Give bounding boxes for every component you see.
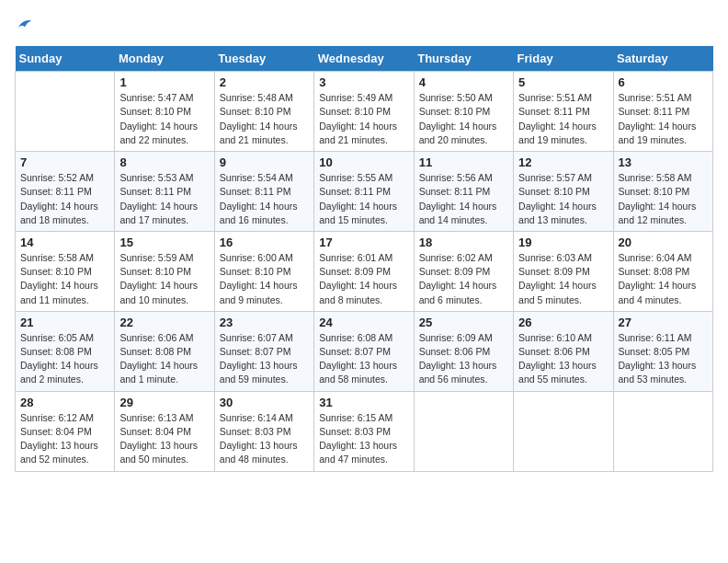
day-info: Sunrise: 5:48 AM Sunset: 8:10 PM Dayligh…: [220, 91, 309, 147]
calendar-day-cell: 13Sunrise: 5:58 AM Sunset: 8:10 PM Dayli…: [613, 152, 712, 232]
day-info: Sunrise: 5:57 AM Sunset: 8:10 PM Dayligh…: [518, 171, 608, 227]
calendar-week-row: 14Sunrise: 5:58 AM Sunset: 8:10 PM Dayli…: [16, 231, 713, 311]
day-of-week-header: Monday: [115, 46, 214, 72]
calendar-day-cell: 21Sunrise: 6:05 AM Sunset: 8:08 PM Dayli…: [16, 311, 115, 391]
calendar-week-row: 21Sunrise: 6:05 AM Sunset: 8:08 PM Dayli…: [16, 311, 713, 391]
day-info: Sunrise: 6:15 AM Sunset: 8:03 PM Dayligh…: [319, 411, 408, 467]
calendar-day-cell: [613, 391, 712, 471]
calendar-day-cell: 28Sunrise: 6:12 AM Sunset: 8:04 PM Dayli…: [16, 391, 115, 471]
day-of-week-header: Saturday: [613, 46, 712, 72]
day-number: 15: [119, 236, 209, 249]
day-info: Sunrise: 6:09 AM Sunset: 8:06 PM Dayligh…: [419, 331, 508, 387]
day-number: 17: [319, 236, 408, 249]
day-number: 4: [419, 75, 508, 89]
calendar-header-row: SundayMondayTuesdayWednesdayThursdayFrid…: [16, 46, 713, 72]
calendar-day-cell: 8Sunrise: 5:53 AM Sunset: 8:11 PM Daylig…: [115, 152, 214, 232]
day-number: 20: [619, 236, 708, 249]
day-info: Sunrise: 6:06 AM Sunset: 8:08 PM Dayligh…: [119, 331, 209, 387]
day-number: 19: [518, 236, 608, 249]
calendar-day-cell: 31Sunrise: 6:15 AM Sunset: 8:03 PM Dayli…: [314, 391, 414, 471]
calendar-day-cell: 25Sunrise: 6:09 AM Sunset: 8:06 PM Dayli…: [414, 311, 513, 391]
day-info: Sunrise: 5:51 AM Sunset: 8:11 PM Dayligh…: [518, 91, 608, 147]
day-number: 22: [119, 316, 209, 329]
calendar-day-cell: [514, 391, 613, 471]
day-number: 16: [220, 236, 309, 249]
day-number: 28: [20, 396, 109, 409]
day-info: Sunrise: 6:14 AM Sunset: 8:03 PM Dayligh…: [220, 411, 309, 467]
day-info: Sunrise: 5:55 AM Sunset: 8:11 PM Dayligh…: [319, 171, 408, 227]
calendar-day-cell: 19Sunrise: 6:03 AM Sunset: 8:09 PM Dayli…: [514, 231, 613, 311]
day-info: Sunrise: 6:05 AM Sunset: 8:08 PM Dayligh…: [20, 331, 109, 387]
day-info: Sunrise: 6:12 AM Sunset: 8:04 PM Dayligh…: [20, 411, 109, 467]
day-of-week-header: Wednesday: [314, 46, 414, 72]
day-info: Sunrise: 5:56 AM Sunset: 8:11 PM Dayligh…: [419, 171, 508, 227]
calendar-day-cell: 5Sunrise: 5:51 AM Sunset: 8:11 PM Daylig…: [514, 72, 613, 152]
calendar-day-cell: 12Sunrise: 5:57 AM Sunset: 8:10 PM Dayli…: [514, 152, 613, 232]
day-of-week-header: Sunday: [16, 46, 115, 72]
day-number: 14: [20, 236, 109, 249]
calendar-day-cell: 23Sunrise: 6:07 AM Sunset: 8:07 PM Dayli…: [214, 311, 313, 391]
calendar-day-cell: 17Sunrise: 6:01 AM Sunset: 8:09 PM Dayli…: [314, 231, 414, 311]
day-number: 5: [518, 75, 608, 89]
calendar-day-cell: 18Sunrise: 6:02 AM Sunset: 8:09 PM Dayli…: [414, 231, 513, 311]
day-info: Sunrise: 5:58 AM Sunset: 8:10 PM Dayligh…: [619, 171, 708, 227]
day-number: 21: [20, 316, 109, 329]
calendar-day-cell: 26Sunrise: 6:10 AM Sunset: 8:06 PM Dayli…: [514, 311, 613, 391]
day-info: Sunrise: 6:00 AM Sunset: 8:10 PM Dayligh…: [220, 251, 309, 307]
day-info: Sunrise: 6:04 AM Sunset: 8:08 PM Dayligh…: [619, 251, 708, 307]
calendar-week-row: 7Sunrise: 5:52 AM Sunset: 8:11 PM Daylig…: [16, 152, 713, 232]
day-number: 10: [319, 155, 408, 169]
day-number: 23: [220, 316, 309, 329]
day-number: 27: [619, 316, 708, 329]
day-info: Sunrise: 6:02 AM Sunset: 8:09 PM Dayligh…: [419, 251, 508, 307]
day-number: 6: [619, 75, 708, 89]
day-number: 24: [319, 316, 408, 329]
day-info: Sunrise: 5:58 AM Sunset: 8:10 PM Dayligh…: [20, 251, 109, 307]
day-number: 13: [619, 155, 708, 169]
day-info: Sunrise: 5:50 AM Sunset: 8:10 PM Dayligh…: [419, 91, 508, 147]
calendar-day-cell: 14Sunrise: 5:58 AM Sunset: 8:10 PM Dayli…: [16, 231, 115, 311]
day-of-week-header: Friday: [514, 46, 613, 72]
day-info: Sunrise: 6:13 AM Sunset: 8:04 PM Dayligh…: [119, 411, 209, 467]
calendar-table: SundayMondayTuesdayWednesdayThursdayFrid…: [15, 46, 713, 471]
day-number: 8: [119, 155, 209, 169]
day-info: Sunrise: 5:52 AM Sunset: 8:11 PM Dayligh…: [20, 171, 109, 227]
calendar-day-cell: 30Sunrise: 6:14 AM Sunset: 8:03 PM Dayli…: [214, 391, 313, 471]
calendar-day-cell: 7Sunrise: 5:52 AM Sunset: 8:11 PM Daylig…: [16, 152, 115, 232]
day-number: 18: [419, 236, 508, 249]
logo-text: [15, 15, 33, 37]
page-header: [15, 15, 713, 37]
calendar-day-cell: 16Sunrise: 6:00 AM Sunset: 8:10 PM Dayli…: [214, 231, 313, 311]
day-info: Sunrise: 5:49 AM Sunset: 8:10 PM Dayligh…: [319, 91, 408, 147]
calendar-day-cell: 15Sunrise: 5:59 AM Sunset: 8:10 PM Dayli…: [115, 231, 214, 311]
calendar-week-row: 28Sunrise: 6:12 AM Sunset: 8:04 PM Dayli…: [16, 391, 713, 471]
calendar-day-cell: 11Sunrise: 5:56 AM Sunset: 8:11 PM Dayli…: [414, 152, 513, 232]
calendar-day-cell: 6Sunrise: 5:51 AM Sunset: 8:11 PM Daylig…: [613, 72, 712, 152]
day-number: 1: [119, 75, 209, 89]
calendar-day-cell: 1Sunrise: 5:47 AM Sunset: 8:10 PM Daylig…: [115, 72, 214, 152]
logo-bird-icon: [17, 16, 33, 32]
calendar-day-cell: 27Sunrise: 6:11 AM Sunset: 8:05 PM Dayli…: [613, 311, 712, 391]
day-number: 31: [319, 396, 408, 409]
day-number: 25: [419, 316, 508, 329]
calendar-day-cell: [16, 72, 115, 152]
day-info: Sunrise: 5:53 AM Sunset: 8:11 PM Dayligh…: [119, 171, 209, 227]
calendar-day-cell: 4Sunrise: 5:50 AM Sunset: 8:10 PM Daylig…: [414, 72, 513, 152]
calendar-day-cell: 24Sunrise: 6:08 AM Sunset: 8:07 PM Dayli…: [314, 311, 414, 391]
calendar-day-cell: [414, 391, 513, 471]
day-info: Sunrise: 6:10 AM Sunset: 8:06 PM Dayligh…: [518, 331, 608, 387]
calendar-day-cell: 2Sunrise: 5:48 AM Sunset: 8:10 PM Daylig…: [214, 72, 313, 152]
day-number: 30: [220, 396, 309, 409]
logo: [15, 15, 33, 37]
day-number: 29: [119, 396, 209, 409]
calendar-week-row: 1Sunrise: 5:47 AM Sunset: 8:10 PM Daylig…: [16, 72, 713, 152]
day-of-week-header: Thursday: [414, 46, 513, 72]
calendar-day-cell: 29Sunrise: 6:13 AM Sunset: 8:04 PM Dayli…: [115, 391, 214, 471]
day-number: 2: [220, 75, 309, 89]
day-info: Sunrise: 5:51 AM Sunset: 8:11 PM Dayligh…: [619, 91, 708, 147]
day-info: Sunrise: 5:47 AM Sunset: 8:10 PM Dayligh…: [119, 91, 209, 147]
calendar-day-cell: 3Sunrise: 5:49 AM Sunset: 8:10 PM Daylig…: [314, 72, 414, 152]
day-number: 9: [220, 155, 309, 169]
calendar-day-cell: 10Sunrise: 5:55 AM Sunset: 8:11 PM Dayli…: [314, 152, 414, 232]
day-info: Sunrise: 5:54 AM Sunset: 8:11 PM Dayligh…: [220, 171, 309, 227]
